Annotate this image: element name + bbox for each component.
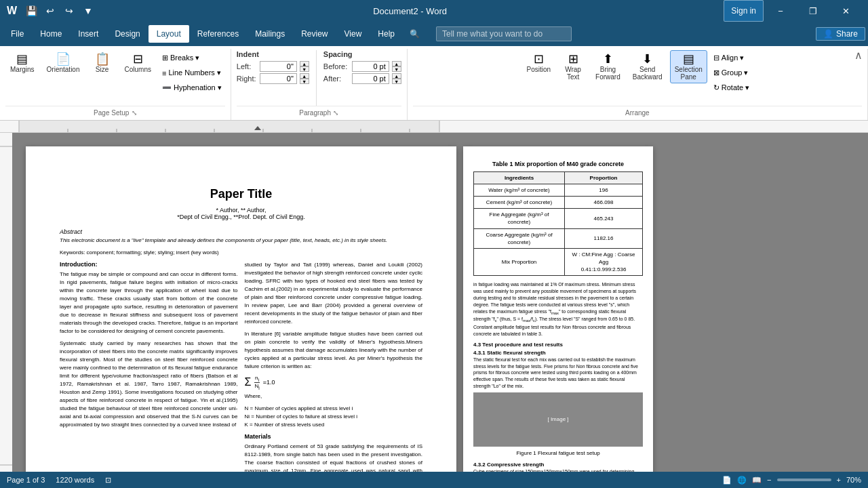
hyphenation-button[interactable]: ➖ Hyphenation ▾ bbox=[159, 81, 225, 94]
send-backward-icon: ⬇ bbox=[642, 53, 652, 65]
menu-design[interactable]: Design bbox=[106, 25, 148, 43]
where-label: Where, bbox=[245, 392, 423, 401]
menu-references[interactable]: References bbox=[189, 25, 247, 43]
title-bar: W 💾 ↩ ↪ ▼ Document2 - Word Sign in − ❐ ✕ bbox=[0, 0, 868, 22]
position-button[interactable]: ⊡ Position bbox=[522, 50, 556, 76]
status-bar: Page 1 of 3 1220 words ⊡ 📄 🌐 📖 − + 70% bbox=[0, 472, 868, 488]
section431-text: The static flexural test for each mix wa… bbox=[473, 357, 643, 390]
zoom-slider[interactable] bbox=[777, 479, 831, 481]
indent-left-input[interactable] bbox=[260, 61, 297, 72]
page-setup-content: ▤ Margins 📄 Orientation 📋 Size ⊟ Columns… bbox=[5, 50, 225, 106]
send-backward-button[interactable]: ⬇ SendBackward bbox=[628, 50, 667, 83]
spacing-after-row: After: ▲ ▼ bbox=[323, 73, 401, 84]
line-numbers-icon: ≡ bbox=[162, 69, 166, 77]
spacing-after-input[interactable] bbox=[352, 73, 389, 84]
indent-right-up[interactable]: ▲ bbox=[300, 73, 309, 79]
far-right-text: in fatigue loading was maintained at 1% … bbox=[473, 281, 643, 337]
menu-layout[interactable]: Layout bbox=[149, 25, 189, 43]
paragraph-expand[interactable]: ⤡ bbox=[333, 109, 338, 117]
ribbon-group-paragraph: Indent Left: ▲ ▼ Right: ▲ ▼ bbox=[231, 49, 408, 120]
selection-pane-icon: ▤ bbox=[683, 53, 694, 65]
indent-left-spinner: ▲ ▼ bbox=[300, 61, 309, 72]
document-paper-title: Paper Title bbox=[60, 187, 422, 201]
menu-review[interactable]: Review bbox=[293, 25, 336, 43]
menu-mailings[interactable]: Mailings bbox=[247, 25, 293, 43]
page-indicator: Page 1 of 3 bbox=[7, 476, 45, 484]
document-area[interactable]: Paper Title * Author, ** Author, *Dept o… bbox=[12, 133, 868, 472]
table-row: Mix Proportion W : CM:Fine Agg : Coarse … bbox=[474, 248, 643, 276]
materials-text: Ordinary Portland cement of 53 grade sat… bbox=[245, 443, 423, 472]
margins-button[interactable]: ▤ Margins bbox=[5, 50, 39, 76]
title-bar-left: W 💾 ↩ ↪ ▼ bbox=[7, 3, 96, 19]
ruler-svg bbox=[0, 121, 868, 133]
paragraph-label-container: Paragraph ⤡ bbox=[237, 106, 401, 119]
align-button[interactable]: ⊟ Align ▾ bbox=[710, 52, 753, 64]
svg-rect-1 bbox=[19, 121, 439, 133]
spacing-before-up[interactable]: ▲ bbox=[392, 61, 401, 66]
figure1-image: [ Image ] bbox=[473, 392, 643, 447]
spacing-before-input[interactable] bbox=[352, 61, 389, 72]
signin-button[interactable]: Sign in bbox=[724, 0, 764, 22]
quick-access-toolbar: 💾 ↩ ↪ ▼ bbox=[23, 3, 96, 19]
view-print-icon[interactable]: 📄 bbox=[722, 476, 732, 485]
indent-right-down[interactable]: ▼ bbox=[300, 79, 309, 84]
intro-text2: Systematic study carried by many researc… bbox=[60, 340, 238, 429]
orientation-button[interactable]: 📄 Orientation bbox=[42, 50, 85, 76]
keywords-text: Keywords: component; formatting; style; … bbox=[60, 249, 422, 256]
bring-forward-button[interactable]: ⬆ BringForward bbox=[591, 50, 625, 83]
section431: 4.3.1 Static flexural strength bbox=[473, 349, 643, 357]
spacing-after-down[interactable]: ▼ bbox=[392, 79, 401, 84]
margins-icon: ▤ bbox=[16, 53, 28, 65]
size-icon: 📋 bbox=[95, 53, 110, 65]
view-web-icon[interactable]: 🌐 bbox=[737, 476, 747, 485]
restore-button[interactable]: ❐ bbox=[797, 0, 829, 22]
wrap-text-button[interactable]: ⊞ WrapText bbox=[558, 50, 588, 83]
spacing-after-up[interactable]: ▲ bbox=[392, 73, 401, 79]
table1-title: Table 1 Mix proportion of M40 grade conc… bbox=[473, 160, 643, 169]
zoom-level: 70% bbox=[846, 476, 861, 484]
columns-icon: ⊟ bbox=[133, 53, 143, 65]
indent-right-input[interactable] bbox=[260, 73, 297, 84]
menu-help[interactable]: Help bbox=[370, 25, 403, 43]
section43: 4.3 Test procedure and test results bbox=[473, 341, 643, 348]
breaks-button[interactable]: ⊞ Breaks ▾ bbox=[159, 52, 225, 64]
table-row: Fine Aggregate (kg/m³ of concrete) 465.2… bbox=[474, 209, 643, 228]
table-row: Cement (kg/m³ of concrete) 466.098 bbox=[474, 196, 643, 208]
spacing-before-down[interactable]: ▼ bbox=[392, 66, 401, 72]
menu-view[interactable]: View bbox=[336, 25, 370, 43]
status-left: Page 1 of 3 1220 words ⊡ bbox=[7, 476, 111, 485]
right-column: studied by Taylor and Tait (1999) wherea… bbox=[245, 261, 423, 472]
undo-button[interactable]: ↩ bbox=[42, 3, 58, 19]
indent-left-down[interactable]: ▼ bbox=[300, 66, 309, 72]
save-button[interactable]: 💾 bbox=[23, 3, 39, 19]
zoom-out-button[interactable]: − bbox=[767, 476, 771, 484]
intro-text: The fatigue may be simple or compound an… bbox=[60, 270, 238, 336]
formula: Σ ni Ni =1.0 bbox=[245, 375, 423, 390]
search-input[interactable] bbox=[436, 26, 572, 41]
menu-file[interactable]: File bbox=[3, 25, 32, 43]
size-button[interactable]: 📋 Size bbox=[87, 50, 117, 76]
share-button[interactable]: 👤 Share bbox=[816, 27, 865, 41]
menu-insert[interactable]: Insert bbox=[70, 25, 106, 43]
selection-pane-button[interactable]: ▤ SelectionPane bbox=[670, 50, 707, 83]
rotate-button[interactable]: ↻ Rotate ▾ bbox=[710, 81, 753, 94]
columns-button[interactable]: ⊟ Columns bbox=[120, 50, 156, 76]
redo-button[interactable]: ↪ bbox=[61, 3, 77, 19]
position-icon: ⊡ bbox=[534, 53, 544, 65]
ribbon-group-arrange: ⊡ Position ⊞ WrapText ⬆ BringForward ⬇ S… bbox=[408, 49, 868, 120]
zoom-in-button[interactable]: + bbox=[837, 476, 841, 484]
menu-home[interactable]: Home bbox=[32, 25, 70, 43]
line-numbers-button[interactable]: ≡ Line Numbers ▾ bbox=[159, 66, 225, 79]
close-button[interactable]: ✕ bbox=[830, 0, 861, 22]
table-row: Coarse Aggregate (kg/m³ of concrete) 118… bbox=[474, 228, 643, 248]
view-read-icon[interactable]: 📖 bbox=[752, 476, 762, 485]
macro-indicator: ⊡ bbox=[105, 476, 111, 485]
customize-button[interactable]: ▼ bbox=[80, 3, 96, 19]
group-button[interactable]: ⊠ Group ▾ bbox=[710, 66, 753, 79]
indent-left-up[interactable]: ▲ bbox=[300, 61, 309, 66]
minimize-button[interactable]: − bbox=[765, 0, 796, 22]
paragraph-content: Indent Left: ▲ ▼ Right: ▲ ▼ bbox=[237, 50, 401, 106]
page-setup-expand[interactable]: ⤡ bbox=[132, 109, 137, 117]
ribbon-collapse-button[interactable]: ∧ bbox=[854, 49, 863, 62]
window-controls: Sign in − ❐ ✕ bbox=[724, 0, 861, 22]
